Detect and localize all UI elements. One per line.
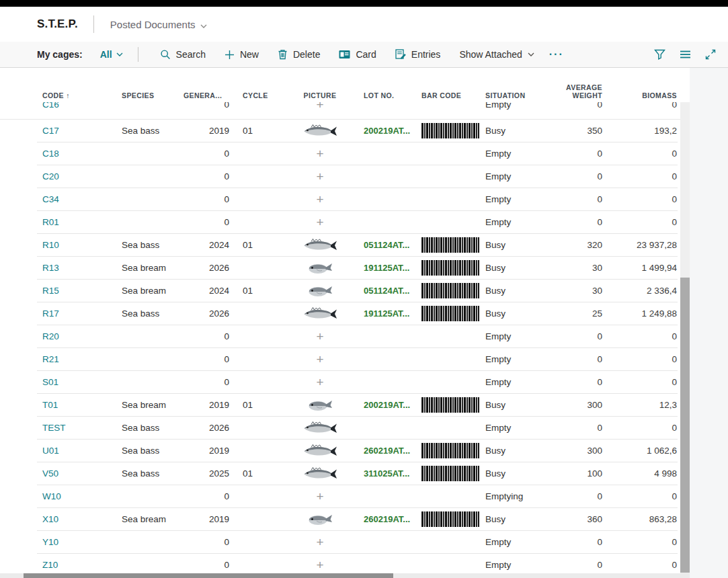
table-row[interactable]: R210+Empty00: [37, 348, 678, 371]
picture-cell[interactable]: +: [282, 170, 358, 183]
sea-bream-image: [307, 261, 333, 276]
picture-cell[interactable]: +: [282, 490, 358, 503]
horizontal-scrollbar[interactable]: [0, 573, 690, 578]
add-picture-icon[interactable]: +: [316, 559, 323, 571]
lot-no-cell[interactable]: 191125AT...: [358, 263, 419, 273]
column-header-average-weight[interactable]: AVERAGE WEIGHT: [546, 83, 602, 99]
table-row[interactable]: X10Sea bream2019260219AT...Busy360863,28: [37, 508, 678, 531]
picture-cell[interactable]: +: [282, 147, 358, 160]
card-button[interactable]: Card: [339, 49, 376, 60]
cage-code-link[interactable]: C18: [37, 149, 122, 159]
picture-cell[interactable]: +: [282, 353, 358, 366]
table-row[interactable]: R010+Empty00: [37, 211, 678, 234]
lot-no-cell[interactable]: 200219AT...: [358, 126, 419, 136]
table-row[interactable]: R10Sea bass202401051124AT...Busy32023 93…: [37, 234, 678, 257]
delete-button[interactable]: Delete: [278, 49, 320, 60]
cage-code-link[interactable]: W10: [37, 491, 122, 501]
add-picture-icon[interactable]: +: [316, 536, 323, 548]
cage-code-link[interactable]: R10: [37, 240, 122, 250]
add-picture-icon[interactable]: +: [316, 147, 323, 160]
cage-code-link[interactable]: C20: [37, 171, 122, 181]
horizontal-scrollbar-thumb[interactable]: [24, 573, 393, 578]
lot-no-cell[interactable]: 200219AT...: [358, 400, 419, 410]
add-picture-icon[interactable]: +: [316, 490, 323, 503]
search-button[interactable]: Search: [160, 49, 206, 60]
cage-code-link[interactable]: C16: [37, 102, 122, 110]
lot-no-cell[interactable]: 260219AT...: [358, 446, 419, 456]
picture-cell[interactable]: +: [282, 216, 358, 229]
cage-code-link[interactable]: R15: [37, 286, 122, 296]
lot-no-cell[interactable]: 260219AT...: [358, 514, 419, 524]
cage-code-link[interactable]: T01: [37, 400, 122, 410]
generation-cell: 0: [184, 217, 229, 227]
lot-no-cell[interactable]: 311025AT...: [358, 468, 419, 479]
table-row[interactable]: C200+Empty00: [37, 165, 678, 188]
add-picture-icon[interactable]: +: [316, 376, 323, 388]
cage-code-link[interactable]: Y10: [37, 537, 122, 547]
cage-code-link[interactable]: C34: [37, 194, 122, 204]
cage-code-link[interactable]: Z10: [37, 560, 122, 570]
add-picture-icon[interactable]: +: [316, 216, 323, 229]
cage-code-link[interactable]: V50: [37, 468, 122, 479]
cage-code-link[interactable]: C17: [37, 126, 122, 136]
table-row[interactable]: C17Sea bass201901200219AT...Busy350193,2: [37, 120, 678, 142]
picture-cell[interactable]: +: [282, 559, 358, 571]
lot-no-cell[interactable]: 191125AT...: [358, 308, 419, 319]
filter-icon[interactable]: [654, 49, 665, 60]
expand-icon[interactable]: [705, 49, 716, 60]
cage-code-link[interactable]: R17: [37, 308, 122, 319]
table-row[interactable]: Y100+Empty00: [37, 531, 678, 554]
add-picture-icon[interactable]: +: [316, 170, 323, 183]
column-header-lot-no[interactable]: LOT NO.: [358, 91, 419, 99]
cage-code-link[interactable]: R21: [37, 354, 122, 364]
add-picture-icon[interactable]: +: [316, 353, 323, 366]
table-row[interactable]: W100+Emptying00: [37, 485, 678, 508]
cage-code-link[interactable]: U01: [37, 446, 122, 456]
view-filter-dropdown[interactable]: All: [100, 49, 123, 60]
vertical-scrollbar[interactable]: [680, 102, 690, 578]
entries-button[interactable]: Entries: [395, 49, 441, 60]
vertical-scrollbar-thumb[interactable]: [680, 278, 690, 573]
picture-cell[interactable]: +: [282, 536, 358, 548]
cage-code-link[interactable]: R13: [37, 263, 122, 273]
table-row[interactable]: S010+Empty00: [37, 371, 678, 394]
column-header-code[interactable]: CODE ↑: [37, 91, 122, 99]
cage-code-link[interactable]: R20: [37, 331, 122, 341]
table-row[interactable]: C160+Empty00: [37, 102, 678, 116]
add-picture-icon[interactable]: +: [316, 102, 323, 111]
more-options-button[interactable]: ···: [549, 48, 564, 60]
column-header-cycle[interactable]: CYCLE: [229, 91, 282, 99]
table-row[interactable]: U01Sea bass2019260219AT...Busy3001 062,6: [37, 440, 678, 462]
picture-cell[interactable]: +: [282, 376, 358, 388]
column-header-situation[interactable]: SITUATION: [481, 91, 546, 99]
picture-cell[interactable]: +: [282, 330, 358, 343]
list-view-icon[interactable]: [680, 50, 691, 59]
lot-no-cell[interactable]: 051124AT...: [358, 286, 419, 296]
cage-code-link[interactable]: S01: [37, 377, 122, 387]
column-header-picture[interactable]: PICTURE: [282, 91, 358, 99]
table-row[interactable]: R17Sea bass2026191125AT...Busy251 249,88: [37, 302, 678, 325]
add-picture-icon[interactable]: +: [316, 193, 323, 206]
add-picture-icon[interactable]: +: [316, 330, 323, 343]
lot-no-cell[interactable]: 051124AT...: [358, 240, 419, 250]
new-button[interactable]: New: [225, 49, 259, 60]
picture-cell[interactable]: +: [282, 102, 358, 111]
column-header-biomass[interactable]: BIOMASS: [602, 91, 678, 99]
show-attached-dropdown[interactable]: Show Attached: [459, 49, 534, 60]
column-header-species[interactable]: SPECIES: [122, 91, 184, 99]
cage-code-link[interactable]: R01: [37, 217, 122, 227]
cage-code-link[interactable]: TEST: [37, 423, 122, 433]
picture-cell[interactable]: +: [282, 193, 358, 206]
breadcrumb-posted-documents[interactable]: Posted Documents: [110, 19, 207, 30]
table-row[interactable]: C340+Empty00: [37, 188, 678, 211]
table-row[interactable]: TESTSea bass2026Empty00: [37, 417, 678, 440]
column-header-generation[interactable]: GENERA...: [184, 91, 229, 99]
table-row[interactable]: R15Sea bream202401051124AT...Busy302 336…: [37, 280, 678, 302]
table-row[interactable]: R200+Empty00: [37, 325, 678, 348]
column-header-bar-code[interactable]: BAR CODE: [419, 91, 481, 99]
table-row[interactable]: T01Sea bream201901200219AT...Busy30012,3: [37, 394, 678, 417]
table-row[interactable]: C180+Empty00: [37, 142, 678, 165]
table-row[interactable]: V50Sea bass202501311025AT...Busy1004 998: [37, 462, 678, 485]
table-row[interactable]: R13Sea bream2026191125AT...Busy301 499,9…: [37, 257, 678, 280]
cage-code-link[interactable]: X10: [37, 514, 122, 524]
